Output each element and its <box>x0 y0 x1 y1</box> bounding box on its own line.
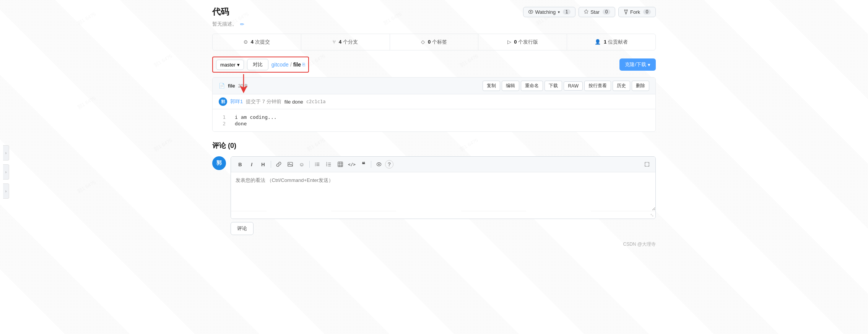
edit-description-icon[interactable]: ✏ <box>240 21 244 27</box>
rename-button[interactable]: 重命名 <box>521 81 543 91</box>
toolbar-table[interactable] <box>335 159 346 170</box>
star-count: 0 <box>603 9 610 15</box>
toolbar-emoji[interactable]: ☺ <box>296 159 307 170</box>
tags-label: 个标签 <box>432 39 447 45</box>
toolbar-ordered-list[interactable]: 1. 2. 3. <box>323 159 334 170</box>
toolbar-link[interactable] <box>273 159 284 170</box>
footer: CSDN @大理寺 <box>212 241 656 251</box>
footer-text: CSDN @大理寺 <box>623 242 656 247</box>
copy-button[interactable]: 复制 <box>483 81 500 91</box>
branches-count: 4 <box>339 39 341 45</box>
toolbar-quote[interactable]: ❝ <box>358 159 369 170</box>
tags-icon: ◇ <box>421 39 425 45</box>
svg-point-3 <box>626 13 627 14</box>
fork-label: Fork <box>630 9 640 15</box>
user-avatar: 郭 <box>212 156 226 170</box>
preview-icon <box>376 162 382 167</box>
editor-container: B I H <box>231 156 656 219</box>
svg-point-1 <box>624 10 626 11</box>
stat-tags[interactable]: ◇ 0 个标签 <box>390 34 479 50</box>
branch-selector[interactable]: master ▾ <box>216 60 244 70</box>
copy-path-icon[interactable]: ⎘ <box>302 62 305 67</box>
edit-button[interactable]: 编辑 <box>502 81 519 91</box>
svg-rect-18 <box>338 162 343 167</box>
editor-resize-handle: ⤡ <box>231 212 655 219</box>
commits-icon: ⊙ <box>244 39 248 45</box>
file-viewer: 📄 file 20 B 复制 编辑 重命名 下载 RAW 按行查看 历史 删除 … <box>212 77 656 132</box>
clone-download-button[interactable]: 克隆/下载 ▾ <box>619 58 656 71</box>
compare-button[interactable]: 对比 <box>247 59 268 70</box>
star-icon <box>584 9 589 15</box>
star-button[interactable]: Star 0 <box>579 7 615 17</box>
wm15: 郭1 64?5 <box>76 179 97 195</box>
submit-comment-button[interactable]: 评论 <box>231 222 254 235</box>
image-icon <box>288 162 293 167</box>
watch-chevron: ▾ <box>558 10 560 14</box>
toolbar-heading[interactable]: H <box>258 159 268 170</box>
download-button[interactable]: 下载 <box>545 81 562 91</box>
file-actions: 复制 编辑 重命名 下载 RAW 按行查看 历史 删除 <box>483 81 649 91</box>
wm1: 郭1 64?5 <box>76 11 97 27</box>
releases-count: 0 <box>514 39 517 45</box>
svg-point-6 <box>315 163 316 164</box>
branches-label: 个分支 <box>343 39 358 45</box>
commit-user-link[interactable]: 郭咩1 <box>230 98 243 105</box>
toolbar-image[interactable] <box>285 159 296 170</box>
svg-rect-4 <box>288 162 293 167</box>
stat-releases[interactable]: ▷ 0 个发行版 <box>478 34 567 50</box>
expand-editor-button[interactable] <box>642 159 652 170</box>
toolbar-preview[interactable] <box>374 159 384 170</box>
wm8: 郭1 64?5 <box>76 95 97 111</box>
stat-branches[interactable]: ⑂ 4 个分支 <box>301 34 390 50</box>
comment-title: 评论 (0) <box>212 141 656 150</box>
resize-icon: ⤡ <box>650 212 654 218</box>
watch-button[interactable]: Watching ▾ 1 <box>523 7 575 17</box>
sidebar-collapse-mid[interactable]: › <box>3 164 9 180</box>
releases-icon: ▷ <box>507 39 511 45</box>
commit-avatar-text: 郭 <box>221 99 225 105</box>
header-row: 代码 Watching ▾ 1 Star 0 <box>212 6 656 18</box>
svg-point-7 <box>315 164 316 165</box>
branch-left: master ▾ 对比 gitcode / file ⎘ <box>212 57 309 73</box>
toolbar-sep-1 <box>271 161 271 168</box>
history-button[interactable]: 历史 <box>613 81 630 91</box>
code-line-2: 2 done <box>213 120 655 127</box>
toolbar-unordered-list[interactable] <box>312 159 323 170</box>
commits-label: 次提交 <box>255 39 270 45</box>
comment-editor: 郭 B I H <box>212 156 656 219</box>
toolbar-code[interactable]: </> <box>346 159 357 170</box>
commit-time: 提交于 7 分钟前 <box>246 98 281 105</box>
toolbar-italic[interactable]: I <box>246 159 257 170</box>
file-type-icon: 📄 <box>219 83 225 89</box>
wm12: 郭1 64?5 <box>153 137 174 153</box>
comment-section: 评论 (0) 郭 B I H <box>212 141 656 235</box>
sidebar-collapse-top[interactable]: › <box>3 145 9 161</box>
toolbar-sep-3 <box>371 161 371 168</box>
blame-button[interactable]: 按行查看 <box>584 81 611 91</box>
toolbar-sep-2 <box>309 161 310 168</box>
clone-chevron: ▾ <box>648 62 650 68</box>
breadcrumb-repo[interactable]: gitcode <box>271 62 289 68</box>
raw-button[interactable]: RAW <box>564 81 583 91</box>
sidebar-collapse-bot[interactable]: › <box>3 183 9 199</box>
toolbar-bold[interactable]: B <box>235 159 245 170</box>
red-arrow <box>236 74 251 94</box>
breadcrumb-sep: / <box>290 62 292 68</box>
comment-textarea[interactable] <box>231 172 655 211</box>
wm5: 郭1 64?5 <box>153 53 174 69</box>
contributors-icon: 👤 <box>595 39 601 45</box>
stat-contributors[interactable]: 👤 1 位贡献者 <box>567 34 655 50</box>
branch-chevron: ▾ <box>237 62 240 68</box>
stat-commits[interactable]: ⊙ 4 次提交 <box>213 34 301 50</box>
breadcrumb: gitcode / file ⎘ <box>271 62 305 68</box>
line-code-2: done <box>232 121 250 126</box>
delete-button[interactable]: 删除 <box>632 81 649 91</box>
fork-button[interactable]: Fork 0 <box>618 7 656 17</box>
watch-count: 1 <box>563 9 571 15</box>
svg-text:3.: 3. <box>326 165 328 167</box>
toolbar-help[interactable]: ? <box>385 160 393 169</box>
commits-count: 4 <box>251 39 254 45</box>
svg-point-0 <box>530 11 532 13</box>
editor-toolbar: B I H <box>231 157 655 172</box>
file-name: file <box>228 83 235 89</box>
